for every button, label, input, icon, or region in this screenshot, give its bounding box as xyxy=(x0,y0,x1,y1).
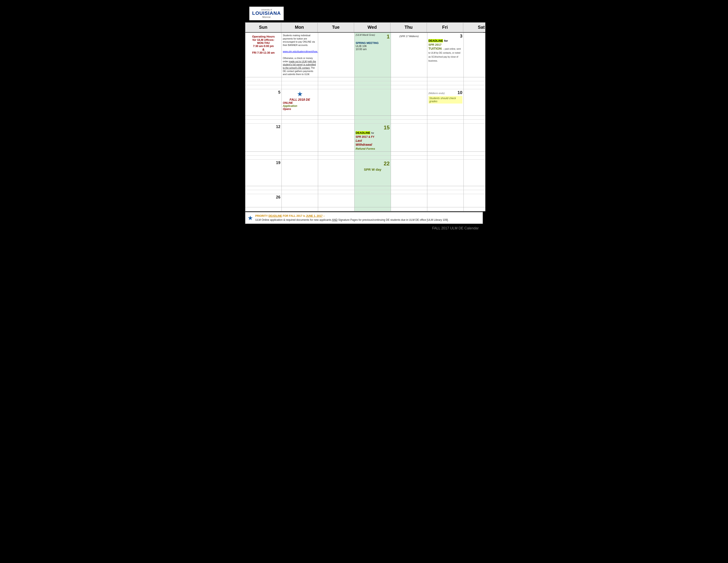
r3b-line-mon xyxy=(282,156,318,160)
op-amp: & xyxy=(247,48,280,51)
r3-line-wed xyxy=(355,152,391,156)
header-tue: Tue xyxy=(318,22,354,32)
cell-sun-r5: 26 xyxy=(245,194,282,207)
sat-r3-day-num: 18 xyxy=(465,124,485,129)
row-lines-1c xyxy=(245,85,483,89)
r2-line-tue xyxy=(318,116,355,120)
r4b-line-sat xyxy=(464,190,485,194)
r2b-line-sat xyxy=(464,120,485,124)
line-thu-1c xyxy=(391,85,427,89)
and-text: AND xyxy=(332,218,338,221)
footer-text: FALL 2017 ULM DE Calendar xyxy=(432,226,479,230)
deadline-badge: DEADLINE xyxy=(428,39,443,42)
r4-line-wed xyxy=(355,186,391,190)
op-hours-for: for ULM offices: xyxy=(247,38,280,41)
cell-thu-r5 xyxy=(391,194,427,207)
opens-label: Opens xyxy=(283,107,317,111)
r3b-line-tue xyxy=(318,156,355,160)
line-tue-1c xyxy=(318,85,355,89)
cell-fri-r2: (Midterm ends) 10 Students should check … xyxy=(427,89,464,116)
r3b-line-sun xyxy=(245,156,282,160)
r2b-line-fri xyxy=(427,120,464,124)
calendar-row-1: Operating Hours for ULM offices: MON-THU… xyxy=(245,33,483,77)
cell-wed-r5 xyxy=(355,194,391,207)
midterm-ends-label: (Midterm ends) xyxy=(428,92,445,94)
op-fri: FRI 7:30-11:30 am xyxy=(247,51,280,54)
line-tue-1b xyxy=(318,81,355,85)
wed-r4-day-num: 22 xyxy=(356,160,390,167)
fri-r1-for: for xyxy=(444,39,448,42)
fri-r2-day-num: 10 xyxy=(458,90,462,95)
cell-sun-r3: 12 xyxy=(245,124,282,152)
cell-thu-r3 xyxy=(391,124,427,152)
for-fall-text: FOR FALL 2017 is xyxy=(283,214,306,217)
fri-r1-deadline-block: DEADLINE for SPR 2017 TUITION – paid onl… xyxy=(428,39,462,62)
line-sun-1c xyxy=(245,85,282,89)
tuition-label: TUITION xyxy=(428,47,442,50)
r5-line-tue xyxy=(318,207,355,211)
line-fri-1 xyxy=(427,77,464,81)
row-lines-1 xyxy=(245,77,483,81)
header-thu: Thu xyxy=(390,22,427,32)
bottom-note-content: PRIORITY DEADLINE FOR FALL 2017 is JUNE … xyxy=(255,214,448,222)
row-lines-2a xyxy=(245,116,483,120)
cell-wed-r1: (ULM Mardi Gras) 1 SPRING MEETING ULIB 1… xyxy=(355,33,391,77)
r2-line-fri xyxy=(427,116,464,120)
r4-line-sat xyxy=(464,186,485,190)
op-hours1: 7:30 am-5:00 pm xyxy=(247,45,280,48)
r5-line-sun xyxy=(245,207,282,211)
online-label: ONLINE xyxy=(283,101,317,104)
cell-mon-r4 xyxy=(282,160,318,186)
header-wed: Wed xyxy=(354,22,390,32)
app-label: Application xyxy=(283,104,317,107)
operating-hours: Operating Hours for ULM offices: MON-THU… xyxy=(246,34,280,56)
cell-thu-r1: (SPR 17 Midterm) xyxy=(391,33,427,77)
cell-wed-r4: 22 SPR W day xyxy=(355,160,391,186)
priority-text: PRIORITY xyxy=(255,214,268,217)
r3-line-sat xyxy=(464,152,485,156)
header-sun: Sun xyxy=(245,22,281,32)
cell-sat-r4: 25 xyxy=(464,160,485,186)
header-fri: Fri xyxy=(427,22,463,32)
note-text2: ULM Online application & required docume… xyxy=(255,218,331,221)
line-thu-1 xyxy=(391,77,427,81)
university-logo: University of LOUISIANA Monroe xyxy=(249,7,284,20)
r4b-line-fri xyxy=(427,190,464,194)
r5-line-sat xyxy=(464,207,485,211)
r4b-line-tue xyxy=(318,190,355,194)
r4b-line-sun xyxy=(245,190,282,194)
calendar-row-2: 5 ★ FALL 2018 DE ONLINE Application Open… xyxy=(245,89,483,116)
header-mon: Mon xyxy=(281,22,318,32)
line-wed-1 xyxy=(355,77,391,81)
r3b-line-wed xyxy=(355,156,391,160)
cell-fri-r1: 3 DEADLINE for SPR 2017 TUITION – paid o… xyxy=(427,33,464,77)
cell-wed-r3: 15 DEADLINE for SPR 2017 & FY Last Withd… xyxy=(355,124,391,152)
line-fri-1c xyxy=(427,85,464,89)
cell-thu-r2 xyxy=(391,89,427,116)
sat-r2-day-num: 11 xyxy=(465,90,485,95)
row-lines-3a xyxy=(245,152,483,156)
spr2017-label: SPR 2017 xyxy=(428,43,441,46)
mon-r1-payment-text: Students making individual payments for … xyxy=(283,34,317,76)
cell-sat-r1: 4 xyxy=(464,33,485,77)
cell-tue-r2 xyxy=(318,89,355,116)
wed-r3-deadline-block: DEADLINE for SPR 2017 & FY Last Withdraw… xyxy=(356,131,390,150)
r5-line-thu xyxy=(391,207,427,211)
row-lines-4b xyxy=(245,190,483,194)
r3b-line-fri xyxy=(427,156,464,160)
line-sun-1 xyxy=(245,77,282,81)
calendar: Sun Mon Tue Wed Thu Fri Sat Operating Ho… xyxy=(245,22,483,212)
cell-fri-r4 xyxy=(427,160,464,186)
spring-meeting-room: ULIB 106 xyxy=(356,45,390,48)
cell-tue-r3 xyxy=(318,124,355,152)
row-lines-2b xyxy=(245,120,483,124)
cell-fri-r5 xyxy=(427,194,464,207)
fri-r1-day-num: 3 xyxy=(428,34,462,39)
r5-line-fri xyxy=(427,207,464,211)
cell-tue-r5 xyxy=(318,194,355,207)
wed-r3-day-num: 15 xyxy=(384,124,390,131)
cell-sun-r4: 19 xyxy=(245,160,282,186)
deadline-text: DEADLINE xyxy=(268,214,282,217)
spring-meeting-time: 10:00 am xyxy=(356,48,390,51)
r3-line-mon xyxy=(282,152,318,156)
